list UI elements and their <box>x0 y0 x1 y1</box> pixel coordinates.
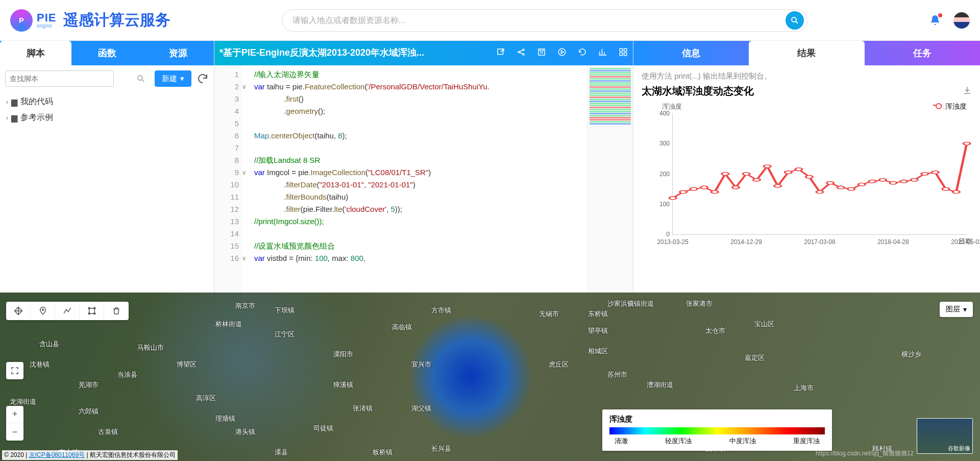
new-button[interactable]: 新建 ▾ <box>155 70 191 87</box>
marker-tool[interactable] <box>31 302 55 320</box>
svg-point-22 <box>753 179 761 182</box>
refresh-button[interactable] <box>197 72 209 85</box>
tree-item-examples[interactable]: › ▆ 参考示例 <box>6 110 208 126</box>
svg-rect-4 <box>498 49 503 55</box>
run-button[interactable] <box>557 47 567 59</box>
svg-point-42 <box>963 142 970 145</box>
save-button[interactable] <box>537 47 546 59</box>
grid-icon <box>619 47 628 57</box>
stats-button[interactable] <box>598 47 607 59</box>
search-input[interactable] <box>292 16 786 25</box>
svg-point-36 <box>900 180 908 183</box>
download-button[interactable] <box>963 86 972 96</box>
map-city-label: 相城区 <box>588 347 608 356</box>
pan-tool[interactable] <box>6 302 31 320</box>
folder-icon: ▆ <box>11 113 17 123</box>
search-box <box>282 9 807 32</box>
map-legend-labels: 清澈 轻度浑浊 中度浑浊 重度浑浊 <box>609 436 825 446</box>
map-city-label: 理塘镇 <box>215 414 235 423</box>
new-button-label: 新建 <box>162 74 177 84</box>
map-view[interactable]: 白杨镇含山县沈巷镇芜湖市龙湖街道六郎镇下坝镇桥林街道南京市江宁区马鞍山市博望区当… <box>0 293 980 461</box>
zoom-in-button[interactable]: + <box>6 406 23 423</box>
move-icon <box>14 306 23 316</box>
fullscreen-button[interactable] <box>6 362 23 379</box>
map-city-label: 张渚镇 <box>353 404 373 413</box>
map-city-label: 高淳区 <box>196 394 216 403</box>
notification-dot-icon <box>938 13 942 17</box>
play-icon <box>557 47 567 57</box>
polygon-tool[interactable] <box>80 302 104 320</box>
map-city-label: 下坝镇 <box>275 306 295 315</box>
user-avatar[interactable] <box>953 12 970 29</box>
svg-point-15 <box>680 190 687 193</box>
search-wrap <box>170 9 919 32</box>
map-city-label: 沈巷镇 <box>30 360 50 369</box>
map-city-label: 高临镇 <box>392 323 412 332</box>
tab-results[interactable]: 结果 <box>749 41 864 65</box>
map-city-label: 港头镇 <box>235 427 255 436</box>
map-city-label: 漕湖街道 <box>647 380 673 390</box>
map-city-label: 马鞍山市 <box>137 343 164 352</box>
zoom-out-button[interactable]: − <box>6 423 23 441</box>
app-header: P PIE engine 遥感计算云服务 <box>0 0 980 41</box>
map-city-label: 长兴县 <box>431 444 451 453</box>
map-legend-title: 浑浊度 <box>609 415 825 424</box>
map-city-label: 望亭镇 <box>588 326 608 335</box>
tab-resources[interactable]: 资源 <box>142 41 214 65</box>
line-tool[interactable] <box>55 302 80 320</box>
layer-button[interactable]: 图层 ▾ <box>940 302 973 317</box>
map-city-label: 南京市 <box>235 301 255 310</box>
filter-input[interactable] <box>5 70 114 87</box>
delete-tool[interactable] <box>104 302 129 320</box>
open-external-button[interactable] <box>496 47 505 59</box>
logo-mark-icon: P <box>10 9 33 32</box>
svg-rect-8 <box>538 49 545 55</box>
map-city-label: 横沙乡 <box>901 350 921 359</box>
svg-point-33 <box>869 180 876 183</box>
basemap-thumbnail[interactable]: 谷歌影像 <box>917 418 973 454</box>
search-button[interactable] <box>786 11 804 30</box>
svg-point-37 <box>911 179 918 182</box>
map-city-label: 溧阳市 <box>333 350 353 359</box>
reset-button[interactable] <box>578 47 587 59</box>
chart-legend: 浑浊度 <box>933 102 967 111</box>
legend-label: 清澈 <box>615 436 628 446</box>
logo[interactable]: P PIE engine 遥感计算云服务 <box>10 9 170 32</box>
undo-icon <box>578 47 587 57</box>
tree-item-mycode[interactable]: › ▆ 我的代码 <box>6 94 208 110</box>
tab-scripts[interactable]: 脚本 <box>0 41 71 65</box>
trash-icon <box>112 306 121 316</box>
sidebar-tabs: 脚本 函数 资源 <box>0 41 214 65</box>
map-city-label: 当涂县 <box>117 370 137 379</box>
svg-point-2 <box>138 76 142 80</box>
svg-point-17 <box>701 186 708 189</box>
editor-header: *基于PIE-Engine反演太湖2013-2020年水域浑浊... <box>214 41 633 65</box>
icp-link[interactable]: 京ICP备08011069号 <box>29 451 85 458</box>
logo-engine: engine <box>37 23 56 29</box>
chart-title-row: 太湖水域浑浊度动态变化 <box>642 84 972 98</box>
notifications-button[interactable] <box>929 14 941 27</box>
map-city-label: 博望区 <box>177 360 197 369</box>
map-city-label: 宝山区 <box>754 320 774 329</box>
map-city-label: 虎丘区 <box>549 360 569 369</box>
svg-point-41 <box>953 190 960 193</box>
tree-item-label: 参考示例 <box>20 112 53 123</box>
legend-label: 中度浑浊 <box>729 436 756 446</box>
tab-info[interactable]: 信息 <box>633 41 749 65</box>
svg-point-16 <box>690 187 697 190</box>
svg-point-30 <box>837 186 844 189</box>
fullscreen-icon <box>10 366 19 375</box>
svg-rect-12 <box>620 53 622 55</box>
apps-button[interactable] <box>619 47 628 59</box>
legend-label: 轻度浑浊 <box>665 436 692 446</box>
tab-tasks[interactable]: 任务 <box>865 41 980 65</box>
map-city-label: 古泉镇 <box>98 427 118 436</box>
map-city-label: 司徒镇 <box>313 424 333 433</box>
share-button[interactable] <box>517 47 526 59</box>
tab-functions[interactable]: 函数 <box>71 41 143 65</box>
map-city-label: 溧县 <box>275 448 288 457</box>
polygon-icon <box>87 306 96 316</box>
header-right <box>929 12 970 29</box>
logo-chinese: 遥感计算云服务 <box>63 10 170 31</box>
editor-title: *基于PIE-Engine反演太湖2013-2020年水域浑浊... <box>219 47 424 59</box>
